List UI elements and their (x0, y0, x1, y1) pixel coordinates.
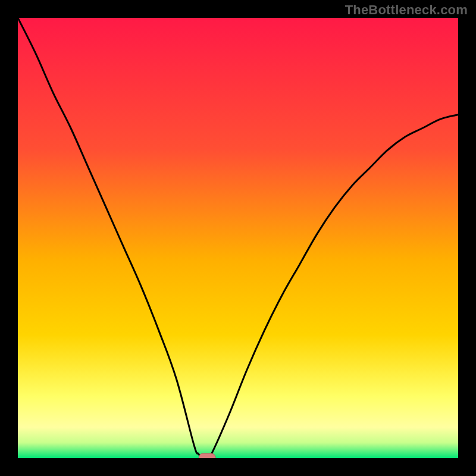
optimal-marker (199, 453, 215, 458)
bottleneck-chart (18, 18, 458, 458)
plot-area (18, 18, 458, 458)
chart-frame: TheBottleneck.com (0, 0, 476, 476)
watermark-text: TheBottleneck.com (345, 2, 468, 18)
